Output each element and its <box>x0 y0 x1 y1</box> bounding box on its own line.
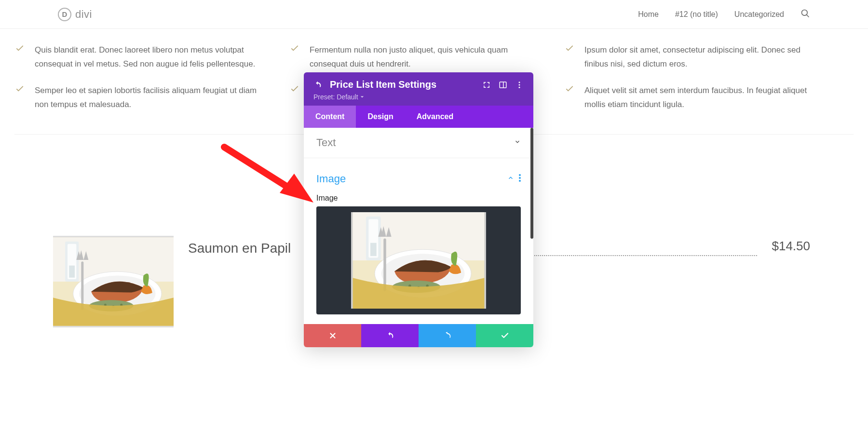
price-item-price: $14.50 <box>772 236 810 254</box>
check-icon <box>564 84 576 112</box>
kebab-icon[interactable] <box>515 81 524 89</box>
svg-point-19 <box>519 174 521 176</box>
price-item-image[interactable] <box>53 236 174 327</box>
feature-col-1: Quis blandit erat. Donec laoreet libero … <box>14 43 260 124</box>
svg-point-20 <box>519 177 521 179</box>
nav-home[interactable]: Home <box>638 10 659 19</box>
modal-header[interactable]: Price List Item Settings Preset: Default <box>304 72 533 106</box>
logo[interactable]: D divi <box>58 8 92 21</box>
list-item-text: Fermentum nulla non justo aliquet, quis … <box>310 43 535 71</box>
chevron-up-icon <box>507 175 514 183</box>
modal-body: Text Image Image <box>304 128 533 314</box>
preset-label: Preset: Default <box>313 93 358 101</box>
modal-tabs: Content Design Advanced <box>304 106 533 128</box>
svg-point-16 <box>519 81 520 83</box>
site-header: D divi Home #12 (no title) Uncategorized <box>0 0 868 29</box>
image-preview <box>351 212 486 309</box>
tab-content[interactable]: Content <box>304 106 356 128</box>
nav-uncategorized[interactable]: Uncategorized <box>734 10 784 19</box>
section-image-label: Image <box>316 173 346 185</box>
section-text-label: Text <box>316 136 336 149</box>
check-icon <box>14 43 26 71</box>
redo-button[interactable] <box>419 324 476 347</box>
list-item: Fermentum nulla non justo aliquet, quis … <box>289 43 535 71</box>
section-text[interactable]: Text <box>304 128 533 158</box>
logo-icon: D <box>58 8 71 21</box>
section-image[interactable]: Image <box>304 158 533 194</box>
primary-nav: Home #12 (no title) Uncategorized <box>638 9 810 20</box>
svg-point-21 <box>519 180 521 182</box>
tab-advanced[interactable]: Advanced <box>405 106 465 128</box>
nav-no-title[interactable]: #12 (no title) <box>675 10 718 19</box>
check-icon <box>289 84 301 98</box>
cancel-button[interactable] <box>304 324 361 347</box>
check-icon <box>564 43 576 71</box>
settings-modal: Price List Item Settings Preset: Default… <box>304 72 533 347</box>
list-item-text: Quis blandit erat. Donec laoreet libero … <box>35 43 260 71</box>
svg-point-12 <box>802 10 808 15</box>
search-icon[interactable] <box>800 9 810 20</box>
list-item: Quis blandit erat. Donec laoreet libero … <box>14 43 260 71</box>
undo-button[interactable] <box>361 324 419 347</box>
logo-text: divi <box>75 8 92 21</box>
feature-col-3: Ipsum dolor sit amet, consectetur adipis… <box>564 43 810 124</box>
list-item: Aliquet velit sit amet sem interdum fauc… <box>564 84 810 112</box>
svg-line-13 <box>807 14 809 17</box>
fullscreen-icon[interactable] <box>482 81 491 89</box>
kebab-icon[interactable] <box>519 174 521 184</box>
tab-design[interactable]: Design <box>356 106 405 128</box>
undo-arrow-icon[interactable] <box>313 81 322 89</box>
chevron-down-icon <box>514 138 521 147</box>
check-icon <box>289 43 301 71</box>
image-upload-box[interactable] <box>316 206 521 314</box>
preset-dropdown[interactable]: Preset: Default <box>313 93 524 101</box>
check-icon <box>14 84 26 112</box>
svg-point-18 <box>519 86 520 88</box>
modal-scrollbar[interactable] <box>530 128 533 239</box>
list-item: Semper leo et sapien lobortis facilisis … <box>14 84 260 112</box>
save-button[interactable] <box>476 324 533 347</box>
panel-icon[interactable] <box>499 81 507 89</box>
list-item-text: Semper leo et sapien lobortis facilisis … <box>35 84 260 112</box>
image-field-label: Image <box>304 194 533 206</box>
svg-point-17 <box>519 84 520 85</box>
modal-title: Price List Item Settings <box>330 79 475 90</box>
modal-footer <box>304 324 533 347</box>
list-item-text: Aliquet velit sit amet sem interdum fauc… <box>584 84 810 112</box>
list-item: Ipsum dolor sit amet, consectetur adipis… <box>564 43 810 71</box>
list-item-text: Ipsum dolor sit amet, consectetur adipis… <box>584 43 810 71</box>
